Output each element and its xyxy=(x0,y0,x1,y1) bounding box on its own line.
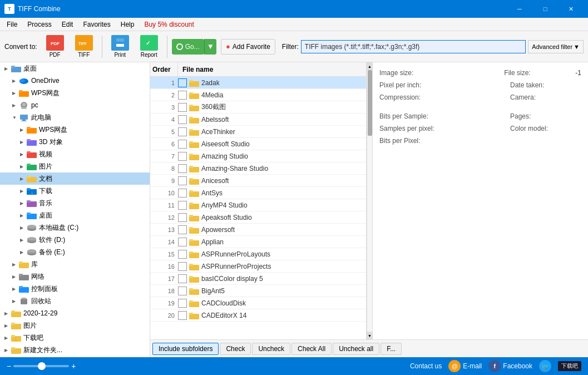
table-row[interactable]: 19 CADCloudDisk xyxy=(150,297,366,309)
facebook-icon[interactable]: f xyxy=(488,360,501,372)
row-checkbox[interactable] xyxy=(178,189,187,198)
row-checkbox[interactable] xyxy=(178,127,187,136)
tree-item-disk-e[interactable]: ▶ 备份 (E:) xyxy=(0,246,150,258)
tree-item-local-c[interactable]: ▶ 本地磁盘 (C:) xyxy=(0,221,150,234)
tree-item-date[interactable]: ▶ 2020-12-29 xyxy=(0,307,150,319)
row-checkbox[interactable] xyxy=(178,201,187,210)
tree-item-computer[interactable]: ▼ 此电脑 xyxy=(0,111,150,124)
row-checkbox[interactable] xyxy=(178,311,187,320)
tree-item-3d[interactable]: ▶ 3D 对象 xyxy=(0,136,150,148)
table-row[interactable]: 8 Amazing-Share Studio xyxy=(150,162,366,175)
scroll-down-button[interactable]: ▼ xyxy=(367,332,372,339)
tree-item-control[interactable]: ▶ 控制面板 xyxy=(0,283,150,295)
report-button[interactable]: ✓ Report xyxy=(136,33,162,60)
table-row[interactable]: 7 Amazing Studio xyxy=(150,150,366,162)
menu-discount[interactable]: Buy 5% discount xyxy=(140,19,198,29)
uncheck-button[interactable]: Uncheck xyxy=(252,343,290,355)
table-row[interactable]: 11 AnyMP4 Studio xyxy=(150,199,366,211)
check-button[interactable]: Check xyxy=(220,343,251,355)
table-row[interactable]: 5 AceThinker xyxy=(150,126,366,138)
tree-item-onedrive[interactable]: ▶ OneDrive xyxy=(0,75,150,87)
row-checkbox[interactable] xyxy=(178,225,187,234)
row-checkbox[interactable] xyxy=(178,164,187,173)
table-row[interactable]: 16 ASPRunnerProProjects xyxy=(150,260,366,273)
menu-process[interactable]: Process xyxy=(23,19,56,29)
tree-item-download[interactable]: ▶ ↓ 下载 xyxy=(0,185,150,197)
facebook-label[interactable]: Facebook xyxy=(503,362,532,370)
tree-item-pic-root[interactable]: ▶ 图片 xyxy=(0,319,150,332)
minimize-button[interactable]: ─ xyxy=(507,0,532,18)
table-row[interactable]: 20 CADEditorX 14 xyxy=(150,309,366,322)
table-row[interactable]: 1 2adak xyxy=(150,77,366,89)
table-row[interactable]: 14 Applian xyxy=(150,236,366,248)
tree-item-lib[interactable]: ▶ 库 xyxy=(0,258,150,270)
tree-item-docs[interactable]: ▶ 文档 xyxy=(0,172,150,185)
uncheck-all-button[interactable]: Uncheck all xyxy=(333,343,379,355)
add-favorite-button[interactable]: ● Add Favorite xyxy=(221,39,275,55)
table-row[interactable]: 17 basICColor display 5 xyxy=(150,273,366,285)
tree-item-wps-cloud[interactable]: ▶ WPS网盘 xyxy=(0,87,150,99)
table-row[interactable]: 12 Apeaksoft Studio xyxy=(150,211,366,224)
menu-file[interactable]: File xyxy=(2,19,22,29)
row-checkbox[interactable] xyxy=(178,274,187,283)
row-checkbox[interactable] xyxy=(178,78,187,87)
twitter-icon[interactable]: 🐦 xyxy=(539,360,551,372)
tree-item-music[interactable]: ▶ 音乐 xyxy=(0,197,150,209)
tree-item-video[interactable]: ▶ 视频 xyxy=(0,148,150,160)
row-checkbox[interactable] xyxy=(178,91,187,100)
tree-item-desktop[interactable]: ▶ 桌面 xyxy=(0,62,150,75)
table-row[interactable]: 9 Anicesoft xyxy=(150,175,366,187)
tree-item-recycle[interactable]: ▶ 回收站 xyxy=(0,295,150,307)
zoom-thumb[interactable] xyxy=(38,362,46,370)
menu-help[interactable]: Help xyxy=(116,19,139,29)
include-subfolders-button[interactable]: Include subfolders xyxy=(152,343,219,355)
more-button[interactable]: F... xyxy=(381,343,402,355)
tree-item-more[interactable]: ▶ 新建文件夹... xyxy=(0,344,150,356)
menu-edit[interactable]: Edit xyxy=(57,19,78,29)
tree-item-disk-d[interactable]: ▶ 软件 (D:) xyxy=(0,234,150,246)
close-button[interactable]: ✕ xyxy=(558,0,584,18)
row-checkbox[interactable] xyxy=(178,103,187,112)
tiff-button[interactable]: TIFF TIFF xyxy=(71,33,97,60)
menu-favorites[interactable]: Favorites xyxy=(78,19,115,29)
pdf-button[interactable]: PDF PDF xyxy=(42,33,68,60)
tree-item-download-ba[interactable]: ▶ ↓ 下载吧 xyxy=(0,332,150,344)
check-all-button[interactable]: Check All xyxy=(291,343,332,355)
table-row[interactable]: 10 AntSys xyxy=(150,187,366,199)
tree-item-picture[interactable]: ▶ 图片 xyxy=(0,160,150,172)
table-row[interactable]: 4 Abelssoft xyxy=(150,114,366,126)
row-checkbox[interactable] xyxy=(178,140,187,149)
maximize-button[interactable]: □ xyxy=(532,0,558,18)
row-checkbox[interactable] xyxy=(178,250,187,259)
zoom-track[interactable] xyxy=(13,365,69,367)
filter-input[interactable] xyxy=(301,40,526,53)
go-dropdown-button[interactable]: ▼ xyxy=(204,39,216,55)
row-checkbox[interactable] xyxy=(178,176,187,185)
file-list-scrollbar[interactable]: ▲ ▼ xyxy=(367,62,372,339)
zoom-plus-icon[interactable]: + xyxy=(71,362,76,371)
table-row[interactable]: 3 360截图 xyxy=(150,101,366,114)
table-row[interactable]: 18 BigAnt5 xyxy=(150,285,366,297)
row-checkbox[interactable] xyxy=(178,299,187,308)
go-button[interactable]: Go... xyxy=(172,39,204,55)
scroll-thumb[interactable] xyxy=(368,70,372,136)
email-label[interactable]: E-mail xyxy=(463,362,482,370)
row-checkbox[interactable] xyxy=(178,213,187,222)
table-row[interactable]: 13 Apowersoft xyxy=(150,224,366,236)
row-checkbox[interactable] xyxy=(178,115,187,124)
row-checkbox[interactable] xyxy=(178,152,187,161)
row-checkbox[interactable] xyxy=(178,287,187,295)
tree-item-pc[interactable]: ▶ pc xyxy=(0,99,150,111)
tree-item-desktop2[interactable]: ▶ 桌面 xyxy=(0,209,150,221)
row-checkbox[interactable] xyxy=(178,238,187,246)
advanced-filter-button[interactable]: Advanced filter ▼ xyxy=(528,40,584,53)
print-button[interactable]: Print xyxy=(107,33,134,60)
zoom-minus-icon[interactable]: − xyxy=(7,362,11,371)
table-row[interactable]: 6 Aiseesoft Studio xyxy=(150,138,366,150)
table-row[interactable]: 15 ASPRunnerProLayouts xyxy=(150,248,366,260)
tree-item-wps-disk[interactable]: ▶ WPS网盘 xyxy=(0,124,150,136)
row-checkbox[interactable] xyxy=(178,262,187,271)
scroll-up-button[interactable]: ▲ xyxy=(367,62,372,70)
tree-item-network[interactable]: ▶ 网络 xyxy=(0,270,150,283)
table-row[interactable]: 2 4Media xyxy=(150,89,366,101)
